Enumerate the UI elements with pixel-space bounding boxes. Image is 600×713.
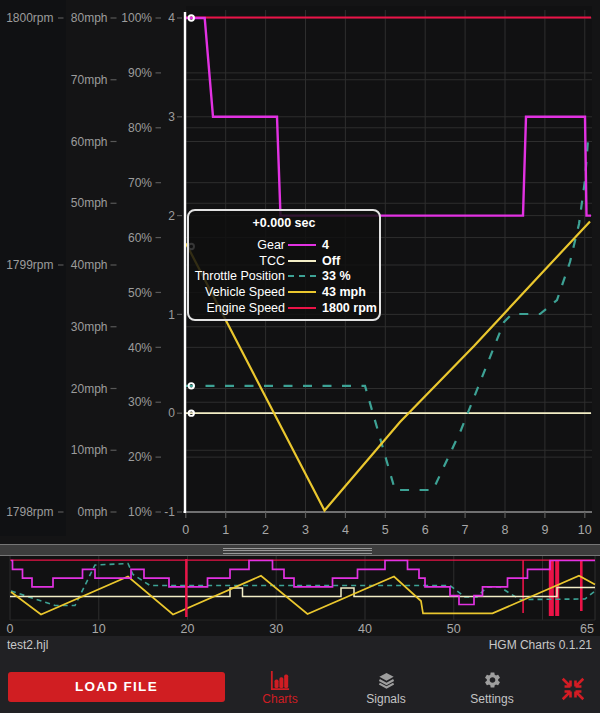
svg-text:10mph: 10mph: [71, 443, 108, 457]
svg-text:1: 1: [168, 308, 175, 322]
svg-text:65: 65: [580, 622, 594, 636]
svg-text:10: 10: [578, 523, 592, 537]
svg-text:7: 7: [462, 523, 469, 537]
svg-text:0mph: 0mph: [77, 505, 107, 519]
svg-text:60%: 60%: [128, 231, 152, 245]
svg-text:30mph: 30mph: [71, 320, 108, 334]
svg-text:80%: 80%: [128, 121, 152, 135]
svg-text:0: 0: [7, 622, 14, 636]
svg-text:3: 3: [168, 110, 175, 124]
svg-text:40mph: 40mph: [71, 258, 108, 272]
svg-text:70%: 70%: [128, 176, 152, 190]
svg-text:20: 20: [181, 622, 195, 636]
svg-text:-1: -1: [164, 505, 175, 519]
svg-text:6: 6: [422, 523, 429, 537]
svg-text:1798rpm: 1798rpm: [6, 505, 53, 519]
svg-text:60mph: 60mph: [71, 135, 108, 149]
svg-text:4: 4: [168, 11, 175, 25]
svg-text:8: 8: [502, 523, 509, 537]
svg-text:1: 1: [222, 523, 229, 537]
svg-text:30: 30: [269, 622, 283, 636]
svg-text:50mph: 50mph: [71, 196, 108, 210]
svg-text:9: 9: [541, 523, 548, 537]
svg-text:2: 2: [168, 209, 175, 223]
svg-text:10%: 10%: [128, 505, 152, 519]
svg-text:4: 4: [342, 523, 349, 537]
svg-text:50: 50: [447, 622, 461, 636]
svg-text:40: 40: [358, 622, 372, 636]
svg-text:30%: 30%: [128, 395, 152, 409]
svg-text:1800rpm: 1800rpm: [6, 11, 53, 25]
svg-text:80mph: 80mph: [71, 11, 108, 25]
svg-text:20mph: 20mph: [71, 382, 108, 396]
svg-text:0: 0: [168, 406, 175, 420]
svg-text:90%: 90%: [128, 66, 152, 80]
svg-text:0: 0: [182, 523, 189, 537]
svg-text:70mph: 70mph: [71, 73, 108, 87]
svg-text:3: 3: [302, 523, 309, 537]
svg-text:5: 5: [382, 523, 389, 537]
svg-text:10: 10: [92, 622, 106, 636]
svg-text:40%: 40%: [128, 341, 152, 355]
svg-text:20%: 20%: [128, 450, 152, 464]
svg-text:50%: 50%: [128, 286, 152, 300]
svg-text:1799rpm: 1799rpm: [6, 258, 53, 272]
svg-text:100%: 100%: [121, 11, 152, 25]
svg-text:2: 2: [262, 523, 269, 537]
